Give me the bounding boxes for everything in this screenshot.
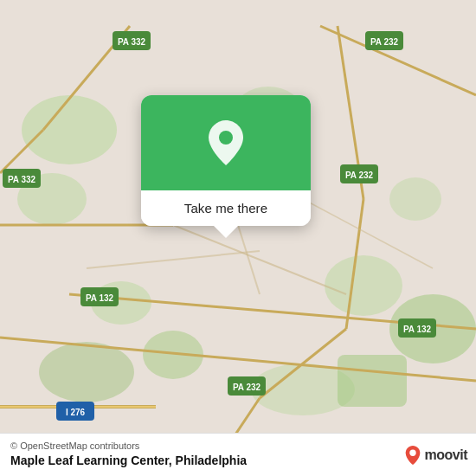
popup-green-area — [141, 95, 311, 190]
svg-text:PA 232: PA 232 — [370, 37, 399, 47]
svg-point-11 — [39, 342, 134, 402]
svg-text:PA 232: PA 232 — [233, 383, 261, 392]
map-background: PA 332 PA 332 PA 232 PA 232 PA 232 PA 13… — [0, 0, 476, 476]
svg-point-45 — [409, 450, 415, 456]
map-container: PA 332 PA 332 PA 232 PA 232 PA 232 PA 13… — [0, 0, 476, 476]
svg-text:PA 132: PA 132 — [403, 325, 432, 334]
svg-text:PA 332: PA 332 — [8, 175, 36, 184]
svg-text:I 276: I 276 — [66, 408, 86, 417]
attribution-text: © OpenStreetMap contributors — [10, 441, 466, 451]
location-pin-icon — [207, 119, 245, 167]
moovit-logo: moovit — [404, 445, 467, 466]
svg-point-5 — [389, 177, 441, 221]
popup-card: Take me there — [141, 95, 311, 226]
moovit-pin-icon — [404, 445, 421, 466]
popup-arrow — [214, 226, 238, 238]
take-me-there-button[interactable]: Take me there — [184, 201, 267, 215]
svg-point-1 — [22, 95, 117, 164]
moovit-text: moovit — [425, 447, 467, 463]
svg-text:PA 232: PA 232 — [345, 170, 374, 180]
location-label: Maple Leaf Learning Center, Philadelphia — [10, 453, 466, 467]
svg-point-4 — [325, 255, 402, 316]
svg-point-44 — [219, 131, 233, 145]
popup-button-area[interactable]: Take me there — [141, 190, 311, 226]
svg-text:PA 332: PA 332 — [118, 37, 146, 47]
svg-text:PA 132: PA 132 — [86, 293, 114, 303]
svg-rect-10 — [338, 355, 407, 407]
